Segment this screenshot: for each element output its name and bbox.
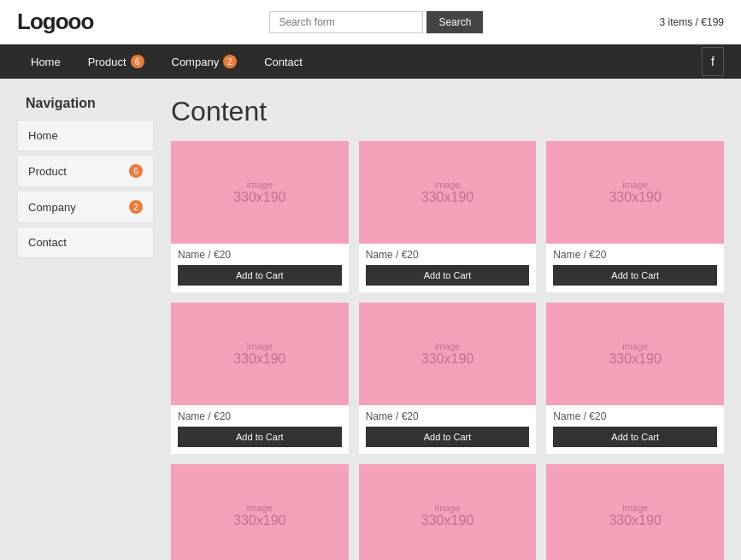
product-image: image 330x190 [359,141,537,244]
product-image-size: 330x190 [609,513,661,528]
product-name: Name / €20 [366,249,530,261]
sidebar-item-product[interactable]: Product 6 [17,155,154,187]
sidebar-badge-product: 6 [129,164,143,178]
product-image: image 330x190 [171,464,349,560]
product-image-label: image [622,341,648,351]
page-wrapper: Logooo Search 3 items / €199 Home Produc… [0,0,741,560]
sidebar-item-home[interactable]: Home [17,120,154,151]
product-image-label: image [247,503,273,513]
product-info: Name / €20 Add to Cart [171,244,349,292]
content-area: Content image 330x190 Name / €20 Add to … [171,96,724,560]
nav-item-product[interactable]: Product 6 [74,44,158,79]
add-to-cart-button[interactable]: Add to Cart [178,427,342,447]
product-image: image 330x190 [171,303,349,405]
sidebar-item-product-label: Product [28,165,67,178]
product-card: image 330x190 Name / €20 Add to Cart [546,464,724,560]
nav-item-home[interactable]: Home [17,45,74,79]
nav-badge-product: 6 [131,55,144,68]
product-image: image 330x190 [171,141,349,244]
product-image-size: 330x190 [233,351,285,367]
cart-info: 3 items / €199 [660,16,724,28]
product-name: Name / €20 [553,249,717,261]
sidebar-item-company[interactable]: Company 2 [17,191,154,223]
sidebar-item-home-label: Home [28,129,58,142]
product-image: image 330x190 [359,464,537,560]
product-image-size: 330x190 [233,513,285,528]
product-card: image 330x190 Name / €20 Add to Cart [359,303,537,454]
product-image-label: image [247,341,273,351]
product-image-size: 330x190 [233,190,285,205]
product-image-size: 330x190 [421,513,473,528]
product-image-label: image [435,503,461,513]
product-image-label: image [622,503,648,513]
product-image-size: 330x190 [421,351,473,367]
facebook-icon[interactable]: f [702,47,724,76]
product-image: image 330x190 [359,303,537,405]
search-button[interactable]: Search [426,11,483,33]
product-card: image 330x190 Name / €20 Add to Cart [359,464,537,560]
add-to-cart-button[interactable]: Add to Cart [178,265,342,286]
add-to-cart-button[interactable]: Add to Cart [553,427,717,447]
sidebar-badge-company: 2 [129,200,143,214]
content-title: Content [171,96,724,127]
product-image-label: image [622,180,648,190]
product-image-label: image [247,180,273,190]
sidebar: Navigation Home Product 6 Company 2 Cont… [17,96,154,560]
nav-badge-company: 2 [223,55,237,68]
product-info: Name / €20 Add to Cart [359,405,537,454]
header-search: Search [269,11,483,33]
nav-item-company[interactable]: Company 2 [158,44,251,79]
search-input[interactable] [269,11,423,33]
product-card: image 330x190 Name / €20 Add to Cart [546,303,724,454]
product-info: Name / €20 Add to Cart [171,405,349,454]
navbar: Home Product 6 Company 2 Contact f [0,44,741,79]
main-content: Navigation Home Product 6 Company 2 Cont… [0,79,741,560]
header: Logooo Search 3 items / €199 [0,0,741,44]
product-image-size: 330x190 [421,190,473,205]
add-to-cart-button[interactable]: Add to Cart [553,265,717,286]
sidebar-title: Navigation [17,96,154,111]
product-name: Name / €20 [366,410,530,422]
product-image-label: image [435,180,461,190]
sidebar-item-contact[interactable]: Contact [17,227,154,258]
sidebar-item-company-label: Company [28,201,76,214]
product-card: image 330x190 Name / €20 Add to Cart [546,141,724,292]
product-image-label: image [435,341,461,351]
product-info: Name / €20 Add to Cart [546,244,724,292]
product-name: Name / €20 [553,410,717,422]
product-card: image 330x190 Name / €20 Add to Cart [171,464,349,560]
add-to-cart-button[interactable]: Add to Cart [366,427,530,447]
product-image: image 330x190 [546,141,724,244]
product-card: image 330x190 Name / €20 Add to Cart [171,141,349,292]
product-image-size: 330x190 [609,190,661,205]
product-image: image 330x190 [546,303,724,405]
products-grid: image 330x190 Name / €20 Add to Cart ima… [171,141,724,560]
product-card: image 330x190 Name / €20 Add to Cart [359,141,537,292]
product-info: Name / €20 Add to Cart [546,405,724,454]
product-info: Name / €20 Add to Cart [359,244,537,292]
product-image: image 330x190 [546,464,724,560]
product-card: image 330x190 Name / €20 Add to Cart [171,303,349,454]
product-name: Name / €20 [178,249,342,261]
logo: Logooo [17,9,93,35]
product-image-size: 330x190 [609,351,661,367]
add-to-cart-button[interactable]: Add to Cart [366,265,530,286]
product-name: Name / €20 [178,410,342,422]
nav-items: Home Product 6 Company 2 Contact [17,44,316,79]
sidebar-item-contact-label: Contact [28,236,67,249]
nav-item-contact[interactable]: Contact [250,45,316,79]
